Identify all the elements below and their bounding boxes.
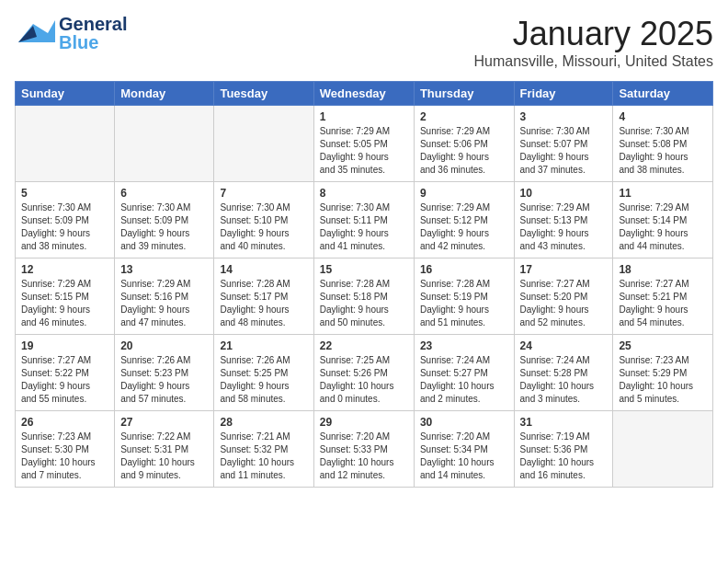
- logo-general-text: General: [59, 15, 127, 33]
- day-number: 11: [619, 187, 707, 200]
- day-number: 25: [619, 339, 707, 352]
- table-row: 22Sunrise: 7:25 AMSunset: 5:26 PMDayligh…: [313, 335, 414, 411]
- table-row: 26Sunrise: 7:23 AMSunset: 5:30 PMDayligh…: [16, 411, 115, 488]
- table-row: 1Sunrise: 7:29 AMSunset: 5:05 PMDaylight…: [313, 106, 414, 182]
- table-row: 24Sunrise: 7:24 AMSunset: 5:28 PMDayligh…: [514, 335, 613, 411]
- table-row: 17Sunrise: 7:27 AMSunset: 5:20 PMDayligh…: [514, 259, 613, 335]
- table-row: 11Sunrise: 7:29 AMSunset: 5:14 PMDayligh…: [613, 182, 713, 259]
- logo-blue-text: Blue: [59, 33, 127, 52]
- day-number: 14: [220, 263, 307, 276]
- calendar-week-row: 26Sunrise: 7:23 AMSunset: 5:30 PMDayligh…: [16, 411, 713, 488]
- day-number: 16: [420, 263, 508, 276]
- table-row: [16, 106, 115, 182]
- header-sunday: Sunday: [16, 82, 115, 106]
- day-detail: Sunrise: 7:28 AMSunset: 5:17 PMDaylight:…: [220, 278, 307, 329]
- table-row: 5Sunrise: 7:30 AMSunset: 5:09 PMDaylight…: [16, 182, 115, 259]
- calendar-week-row: 1Sunrise: 7:29 AMSunset: 5:05 PMDaylight…: [16, 106, 713, 182]
- day-detail: Sunrise: 7:30 AMSunset: 5:10 PMDaylight:…: [220, 201, 307, 253]
- table-row: 2Sunrise: 7:29 AMSunset: 5:06 PMDaylight…: [414, 106, 514, 182]
- day-detail: Sunrise: 7:30 AMSunset: 5:08 PMDaylight:…: [619, 125, 707, 177]
- day-number: 3: [520, 110, 608, 123]
- day-detail: Sunrise: 7:29 AMSunset: 5:14 PMDaylight:…: [619, 201, 707, 253]
- table-row: 18Sunrise: 7:27 AMSunset: 5:21 PMDayligh…: [613, 259, 713, 335]
- day-detail: Sunrise: 7:22 AMSunset: 5:31 PMDaylight:…: [120, 431, 208, 482]
- table-row: 3Sunrise: 7:30 AMSunset: 5:07 PMDaylight…: [514, 106, 613, 182]
- day-number: 29: [320, 416, 408, 429]
- day-detail: Sunrise: 7:28 AMSunset: 5:19 PMDaylight:…: [420, 278, 508, 329]
- day-detail: Sunrise: 7:23 AMSunset: 5:29 PMDaylight:…: [619, 354, 707, 406]
- day-detail: Sunrise: 7:28 AMSunset: 5:18 PMDaylight:…: [320, 278, 408, 329]
- day-detail: Sunrise: 7:26 AMSunset: 5:23 PMDaylight:…: [120, 354, 208, 406]
- day-number: 9: [420, 187, 508, 200]
- calendar-title-block: January 2025 Humansville, Missouri, Unit…: [473, 15, 713, 70]
- day-number: 2: [420, 110, 508, 123]
- table-row: 12Sunrise: 7:29 AMSunset: 5:15 PMDayligh…: [16, 259, 115, 335]
- day-detail: Sunrise: 7:24 AMSunset: 5:27 PMDaylight:…: [420, 354, 508, 406]
- day-number: 12: [21, 263, 108, 276]
- day-detail: Sunrise: 7:29 AMSunset: 5:15 PMDaylight:…: [21, 278, 108, 329]
- table-row: 25Sunrise: 7:23 AMSunset: 5:29 PMDayligh…: [613, 335, 713, 411]
- day-number: 31: [520, 416, 608, 429]
- day-detail: Sunrise: 7:27 AMSunset: 5:22 PMDaylight:…: [21, 354, 108, 406]
- day-detail: Sunrise: 7:20 AMSunset: 5:34 PMDaylight:…: [420, 431, 508, 482]
- page-header: General Blue January 2025 Humansville, M…: [15, 15, 713, 70]
- header-saturday: Saturday: [613, 82, 713, 106]
- day-detail: Sunrise: 7:29 AMSunset: 5:12 PMDaylight:…: [420, 201, 508, 253]
- day-number: 13: [120, 263, 208, 276]
- day-number: 22: [320, 339, 408, 352]
- header-friday: Friday: [514, 82, 613, 106]
- day-number: 21: [220, 339, 307, 352]
- day-number: 27: [120, 416, 208, 429]
- day-number: 30: [420, 416, 508, 429]
- table-row: 20Sunrise: 7:26 AMSunset: 5:23 PMDayligh…: [115, 335, 214, 411]
- table-row: [613, 411, 713, 488]
- day-number: 1: [320, 110, 408, 123]
- day-detail: Sunrise: 7:30 AMSunset: 5:09 PMDaylight:…: [21, 201, 108, 253]
- table-row: 14Sunrise: 7:28 AMSunset: 5:17 PMDayligh…: [214, 259, 313, 335]
- day-number: 10: [520, 187, 608, 200]
- logo: General Blue: [15, 15, 127, 52]
- day-number: 24: [520, 339, 608, 352]
- logo-icon: [15, 17, 55, 50]
- table-row: 16Sunrise: 7:28 AMSunset: 5:19 PMDayligh…: [414, 259, 514, 335]
- day-detail: Sunrise: 7:30 AMSunset: 5:09 PMDaylight:…: [120, 201, 208, 253]
- table-row: 28Sunrise: 7:21 AMSunset: 5:32 PMDayligh…: [214, 411, 313, 488]
- day-detail: Sunrise: 7:29 AMSunset: 5:06 PMDaylight:…: [420, 125, 508, 177]
- table-row: 8Sunrise: 7:30 AMSunset: 5:11 PMDaylight…: [313, 182, 414, 259]
- table-row: 15Sunrise: 7:28 AMSunset: 5:18 PMDayligh…: [313, 259, 414, 335]
- table-row: 6Sunrise: 7:30 AMSunset: 5:09 PMDaylight…: [115, 182, 214, 259]
- day-detail: Sunrise: 7:30 AMSunset: 5:11 PMDaylight:…: [320, 201, 408, 253]
- table-row: 10Sunrise: 7:29 AMSunset: 5:13 PMDayligh…: [514, 182, 613, 259]
- calendar-month-year: January 2025: [473, 15, 713, 53]
- day-detail: Sunrise: 7:29 AMSunset: 5:16 PMDaylight:…: [120, 278, 208, 329]
- table-row: 7Sunrise: 7:30 AMSunset: 5:10 PMDaylight…: [214, 182, 313, 259]
- day-number: 7: [220, 187, 307, 200]
- table-row: 4Sunrise: 7:30 AMSunset: 5:08 PMDaylight…: [613, 106, 713, 182]
- header-thursday: Thursday: [414, 82, 514, 106]
- table-row: 23Sunrise: 7:24 AMSunset: 5:27 PMDayligh…: [414, 335, 514, 411]
- table-row: 9Sunrise: 7:29 AMSunset: 5:12 PMDaylight…: [414, 182, 514, 259]
- day-number: 26: [21, 416, 108, 429]
- day-detail: Sunrise: 7:20 AMSunset: 5:33 PMDaylight:…: [320, 431, 408, 482]
- day-detail: Sunrise: 7:29 AMSunset: 5:05 PMDaylight:…: [320, 125, 408, 177]
- table-row: 19Sunrise: 7:27 AMSunset: 5:22 PMDayligh…: [16, 335, 115, 411]
- day-detail: Sunrise: 7:19 AMSunset: 5:36 PMDaylight:…: [520, 431, 608, 482]
- day-detail: Sunrise: 7:24 AMSunset: 5:28 PMDaylight:…: [520, 354, 608, 406]
- day-detail: Sunrise: 7:21 AMSunset: 5:32 PMDaylight:…: [220, 431, 307, 482]
- day-detail: Sunrise: 7:29 AMSunset: 5:13 PMDaylight:…: [520, 201, 608, 253]
- day-number: 17: [520, 263, 608, 276]
- table-row: 21Sunrise: 7:26 AMSunset: 5:25 PMDayligh…: [214, 335, 313, 411]
- day-detail: Sunrise: 7:27 AMSunset: 5:20 PMDaylight:…: [520, 278, 608, 329]
- day-detail: Sunrise: 7:30 AMSunset: 5:07 PMDaylight:…: [520, 125, 608, 177]
- table-row: [115, 106, 214, 182]
- calendar-header-row: Sunday Monday Tuesday Wednesday Thursday…: [16, 82, 713, 106]
- day-number: 20: [120, 339, 208, 352]
- table-row: 13Sunrise: 7:29 AMSunset: 5:16 PMDayligh…: [115, 259, 214, 335]
- table-row: 30Sunrise: 7:20 AMSunset: 5:34 PMDayligh…: [414, 411, 514, 488]
- day-number: 15: [320, 263, 408, 276]
- day-detail: Sunrise: 7:25 AMSunset: 5:26 PMDaylight:…: [320, 354, 408, 406]
- calendar-week-row: 12Sunrise: 7:29 AMSunset: 5:15 PMDayligh…: [16, 259, 713, 335]
- table-row: 27Sunrise: 7:22 AMSunset: 5:31 PMDayligh…: [115, 411, 214, 488]
- day-number: 23: [420, 339, 508, 352]
- calendar-week-row: 19Sunrise: 7:27 AMSunset: 5:22 PMDayligh…: [16, 335, 713, 411]
